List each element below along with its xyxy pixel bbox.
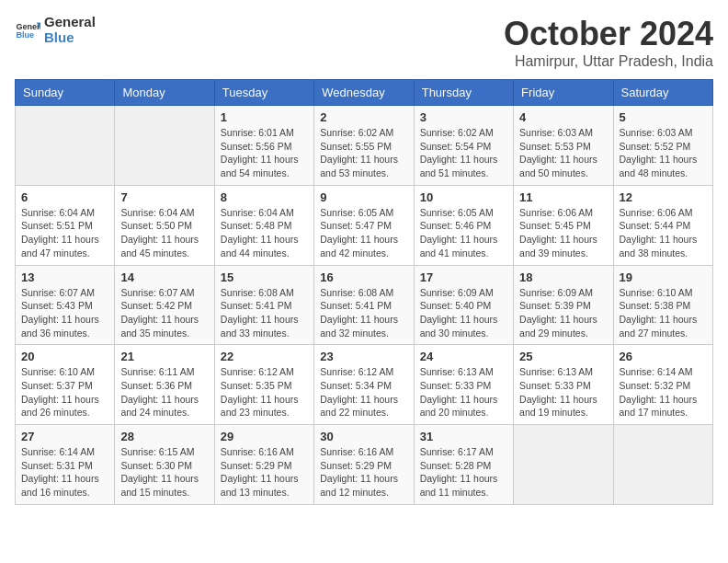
day-info: Sunrise: 6:07 AM Sunset: 5:42 PM Dayligh… (120, 286, 208, 340)
day-info: Sunrise: 6:06 AM Sunset: 5:44 PM Dayligh… (620, 206, 707, 260)
day-info: Sunrise: 6:05 AM Sunset: 5:47 PM Dayligh… (320, 206, 407, 260)
day-number: 14 (120, 270, 208, 284)
calendar-cell: 28Sunrise: 6:15 AM Sunset: 5:30 PM Dayli… (115, 425, 214, 505)
calendar-cell: 27Sunrise: 6:14 AM Sunset: 5:31 PM Dayli… (16, 425, 115, 505)
logo-icon: General Blue (15, 17, 40, 43)
calendar-table: SundayMondayTuesdayWednesdayThursdayFrid… (15, 79, 713, 505)
calendar-cell: 15Sunrise: 6:08 AM Sunset: 5:41 PM Dayli… (214, 265, 313, 345)
calendar-week-row: 6Sunrise: 6:04 AM Sunset: 5:51 PM Daylig… (16, 185, 713, 265)
day-info: Sunrise: 6:17 AM Sunset: 5:28 PM Dayligh… (420, 445, 507, 500)
calendar-cell: 20Sunrise: 6:10 AM Sunset: 5:37 PM Dayli… (16, 345, 115, 425)
calendar-cell: 30Sunrise: 6:16 AM Sunset: 5:29 PM Dayli… (314, 425, 414, 505)
day-info: Sunrise: 6:10 AM Sunset: 5:37 PM Dayligh… (21, 365, 108, 419)
day-number: 7 (120, 190, 208, 204)
day-info: Sunrise: 6:02 AM Sunset: 5:54 PM Dayligh… (420, 126, 507, 180)
logo: General Blue General Blue (15, 15, 96, 45)
day-number: 11 (519, 190, 607, 204)
calendar-cell: 21Sunrise: 6:11 AM Sunset: 5:36 PM Dayli… (115, 345, 214, 425)
day-info: Sunrise: 6:08 AM Sunset: 5:41 PM Dayligh… (221, 286, 308, 340)
calendar-week-row: 27Sunrise: 6:14 AM Sunset: 5:31 PM Dayli… (16, 425, 713, 505)
calendar-cell: 10Sunrise: 6:05 AM Sunset: 5:46 PM Dayli… (414, 185, 513, 265)
day-number: 3 (420, 110, 507, 124)
day-number: 8 (221, 190, 308, 204)
day-number: 29 (221, 430, 308, 443)
calendar-cell: 6Sunrise: 6:04 AM Sunset: 5:51 PM Daylig… (16, 185, 115, 265)
calendar-cell: 13Sunrise: 6:07 AM Sunset: 5:43 PM Dayli… (16, 265, 115, 345)
calendar-cell: 29Sunrise: 6:16 AM Sunset: 5:29 PM Dayli… (214, 425, 313, 505)
page-header: General Blue General Blue October 2024 H… (15, 15, 713, 70)
calendar-body: 1Sunrise: 6:01 AM Sunset: 5:56 PM Daylig… (16, 106, 713, 505)
logo-blue-text: Blue (44, 30, 96, 46)
calendar-week-row: 1Sunrise: 6:01 AM Sunset: 5:56 PM Daylig… (16, 106, 713, 186)
day-number: 4 (519, 110, 607, 124)
day-of-week-header: Wednesday (314, 80, 414, 106)
calendar-cell: 4Sunrise: 6:03 AM Sunset: 5:53 PM Daylig… (514, 106, 613, 186)
calendar-cell: 25Sunrise: 6:13 AM Sunset: 5:33 PM Dayli… (514, 345, 613, 425)
calendar-cell (514, 425, 613, 505)
day-of-week-header: Saturday (613, 80, 712, 106)
day-number: 2 (320, 110, 407, 124)
calendar-cell (16, 106, 115, 186)
calendar-header: SundayMondayTuesdayWednesdayThursdayFrid… (16, 80, 713, 106)
day-info: Sunrise: 6:03 AM Sunset: 5:53 PM Dayligh… (519, 126, 607, 180)
day-info: Sunrise: 6:12 AM Sunset: 5:34 PM Dayligh… (320, 365, 407, 419)
day-info: Sunrise: 6:15 AM Sunset: 5:30 PM Dayligh… (120, 445, 208, 500)
calendar-cell: 31Sunrise: 6:17 AM Sunset: 5:28 PM Dayli… (414, 425, 513, 505)
day-number: 27 (21, 430, 108, 443)
day-number: 21 (120, 350, 208, 363)
calendar-cell: 7Sunrise: 6:04 AM Sunset: 5:50 PM Daylig… (115, 185, 214, 265)
calendar-week-row: 20Sunrise: 6:10 AM Sunset: 5:37 PM Dayli… (16, 345, 713, 425)
day-info: Sunrise: 6:09 AM Sunset: 5:40 PM Dayligh… (420, 286, 507, 340)
day-of-week-header: Thursday (414, 80, 513, 106)
day-number: 1 (221, 110, 308, 124)
day-info: Sunrise: 6:08 AM Sunset: 5:41 PM Dayligh… (320, 286, 407, 340)
day-info: Sunrise: 6:03 AM Sunset: 5:52 PM Dayligh… (620, 126, 707, 180)
calendar-cell: 22Sunrise: 6:12 AM Sunset: 5:35 PM Dayli… (214, 345, 313, 425)
calendar-title: October 2024 (504, 15, 713, 53)
day-info: Sunrise: 6:09 AM Sunset: 5:39 PM Dayligh… (519, 286, 607, 340)
day-number: 26 (620, 350, 707, 363)
calendar-cell: 2Sunrise: 6:02 AM Sunset: 5:55 PM Daylig… (314, 106, 414, 186)
day-number: 12 (620, 190, 707, 204)
day-info: Sunrise: 6:14 AM Sunset: 5:32 PM Dayligh… (620, 365, 707, 419)
day-info: Sunrise: 6:10 AM Sunset: 5:38 PM Dayligh… (620, 286, 707, 340)
calendar-cell: 11Sunrise: 6:06 AM Sunset: 5:45 PM Dayli… (514, 185, 613, 265)
day-number: 22 (221, 350, 308, 363)
day-number: 6 (21, 190, 108, 204)
day-number: 20 (21, 350, 108, 363)
day-number: 15 (221, 270, 308, 284)
calendar-cell: 14Sunrise: 6:07 AM Sunset: 5:42 PM Dayli… (115, 265, 214, 345)
day-info: Sunrise: 6:04 AM Sunset: 5:51 PM Dayligh… (21, 206, 108, 260)
day-info: Sunrise: 6:07 AM Sunset: 5:43 PM Dayligh… (21, 286, 108, 340)
days-of-week-row: SundayMondayTuesdayWednesdayThursdayFrid… (16, 80, 713, 106)
svg-text:Blue: Blue (16, 30, 34, 40)
calendar-cell: 17Sunrise: 6:09 AM Sunset: 5:40 PM Dayli… (414, 265, 513, 345)
calendar-cell: 3Sunrise: 6:02 AM Sunset: 5:54 PM Daylig… (414, 106, 513, 186)
day-number: 25 (519, 350, 607, 363)
calendar-cell: 12Sunrise: 6:06 AM Sunset: 5:44 PM Dayli… (613, 185, 712, 265)
day-info: Sunrise: 6:01 AM Sunset: 5:56 PM Dayligh… (221, 126, 308, 180)
day-number: 5 (620, 110, 707, 124)
calendar-cell: 16Sunrise: 6:08 AM Sunset: 5:41 PM Dayli… (314, 265, 414, 345)
calendar-cell: 18Sunrise: 6:09 AM Sunset: 5:39 PM Dayli… (514, 265, 613, 345)
day-number: 17 (420, 270, 507, 284)
calendar-cell (613, 425, 712, 505)
calendar-cell: 24Sunrise: 6:13 AM Sunset: 5:33 PM Dayli… (414, 345, 513, 425)
day-number: 16 (320, 270, 407, 284)
svg-text:General: General (16, 21, 40, 30)
day-info: Sunrise: 6:14 AM Sunset: 5:31 PM Dayligh… (21, 445, 108, 500)
logo-general-text: General (44, 15, 96, 30)
day-info: Sunrise: 6:12 AM Sunset: 5:35 PM Dayligh… (221, 365, 308, 419)
day-info: Sunrise: 6:11 AM Sunset: 5:36 PM Dayligh… (120, 365, 208, 419)
calendar-cell: 8Sunrise: 6:04 AM Sunset: 5:48 PM Daylig… (214, 185, 313, 265)
day-info: Sunrise: 6:16 AM Sunset: 5:29 PM Dayligh… (320, 445, 407, 500)
day-info: Sunrise: 6:02 AM Sunset: 5:55 PM Dayligh… (320, 126, 407, 180)
title-area: October 2024 Hamirpur, Uttar Pradesh, In… (504, 15, 713, 70)
calendar-cell: 5Sunrise: 6:03 AM Sunset: 5:52 PM Daylig… (613, 106, 712, 186)
day-info: Sunrise: 6:16 AM Sunset: 5:29 PM Dayligh… (221, 445, 308, 500)
day-number: 18 (519, 270, 607, 284)
day-number: 23 (320, 350, 407, 363)
calendar-cell: 26Sunrise: 6:14 AM Sunset: 5:32 PM Dayli… (613, 345, 712, 425)
day-number: 31 (420, 430, 507, 443)
day-of-week-header: Monday (115, 80, 214, 106)
